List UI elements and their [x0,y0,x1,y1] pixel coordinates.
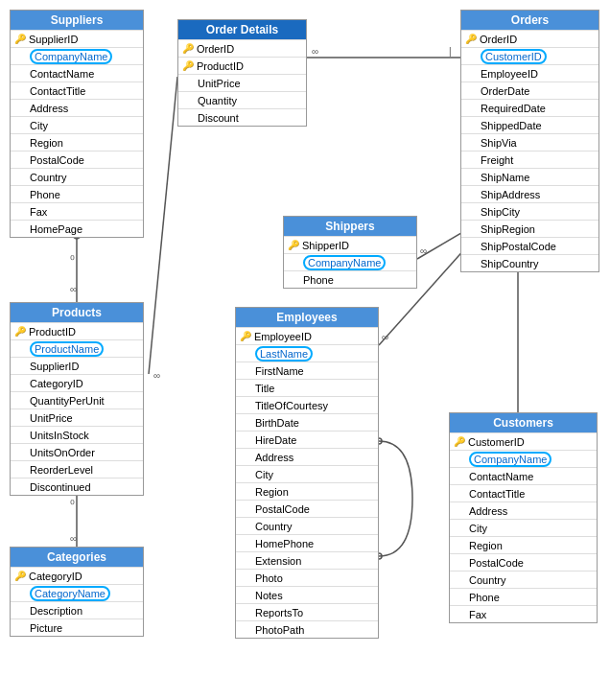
table-header-employees: Employees [236,308,378,327]
field-name: OrderDate [481,85,529,97]
svg-text:∞: ∞ [153,370,160,381]
field-name: Photo [255,572,283,584]
table-row: ReorderLevel [11,460,143,478]
table-row: Region [11,133,143,151]
field-name: FirstName [255,365,304,377]
field-name: OrderID [197,43,234,55]
table-row: Fax [11,202,143,220]
field-name: CompanyName [30,49,112,64]
field-name: City [255,469,273,480]
table-row: CustomerID [461,47,598,64]
table-shippers: Shippers🔑ShipperIDCompanyNamePhone [283,216,417,289]
field-name: Phone [469,592,500,603]
field-name: Region [30,137,63,149]
table-header-shippers: Shippers [284,217,416,236]
field-name: Freight [481,154,513,166]
svg-text:∞: ∞ [312,46,318,57]
table-row: 🔑OrderID [461,30,598,47]
table-products: Products🔑ProductIDProductNameSupplierIDC… [10,302,144,496]
table-row: ShipRegion [461,220,598,237]
field-name: UnitsOnOrder [30,447,95,458]
field-name: Quantity [198,95,237,106]
table-row: Country [236,517,378,534]
table-suppliers: Suppliers🔑SupplierIDCompanyNameContactNa… [10,10,144,238]
pk-icon: 🔑 [182,60,194,71]
table-header-orderdetails: Order Details [178,20,306,39]
table-row: 🔑CategoryID [11,567,143,584]
field-name: Address [255,452,293,463]
field-name: ShipRegion [481,223,535,235]
table-row: QuantityPerUnit [11,391,143,408]
field-name: ReportsTo [255,607,303,618]
field-name: ShippedDate [481,120,542,131]
table-row: CompanyName [450,450,597,467]
table-row: Title [236,379,378,396]
field-name: CustomerID [481,49,547,64]
table-row: Discontinued [11,478,143,495]
table-row: ContactTitle [11,82,143,99]
field-name: CategoryID [29,571,82,582]
svg-text:⁰: ⁰ [70,253,75,267]
table-header-orders: Orders [461,11,598,30]
table-row: CompanyName [11,47,143,64]
table-row: HireDate [236,431,378,448]
table-row: Quantity [178,91,306,108]
table-row: City [236,465,378,482]
field-name: OrderID [480,34,517,45]
pk-icon: 🔑 [288,240,299,250]
field-name: CompanyName [303,255,386,270]
field-name: Region [255,486,289,498]
table-row: 🔑ProductID [178,57,306,74]
table-row: BirthDate [236,413,378,431]
table-row: ContactName [450,467,597,484]
table-row: Picture [11,618,143,636]
field-name: Country [469,574,506,586]
table-row: UnitsOnOrder [11,443,143,460]
field-name: SupplierID [30,361,79,372]
field-name: Discontinued [30,481,91,493]
svg-text:∞: ∞ [70,533,77,544]
table-row: PhotoPath [236,620,378,638]
table-row: LastName [236,344,378,362]
table-row: 🔑OrderID [178,39,306,57]
field-name: ShipVia [481,137,517,149]
table-row: City [450,519,597,536]
field-name: Region [469,540,503,551]
table-row: ShipAddress [461,185,598,202]
table-row: ShipPostalCode [461,237,598,254]
field-name: EmployeeID [481,68,538,80]
table-header-categories: Categories [11,548,143,567]
field-name: Description [30,605,82,617]
pk-icon: 🔑 [14,326,26,337]
table-categories: Categories🔑CategoryIDCategoryNameDescrip… [10,547,144,637]
svg-text:∞: ∞ [382,332,388,342]
table-row: ContactTitle [450,484,597,502]
field-name: Picture [30,622,62,634]
pk-icon: 🔑 [465,34,477,44]
field-name: Country [30,172,67,183]
field-name: ShipperID [302,240,349,251]
svg-line-8 [149,77,177,374]
table-row: HomePage [11,220,143,237]
table-row: UnitsInStock [11,426,143,443]
field-name: Extension [255,555,301,567]
diagram: ∞ ⁰ ∞ ⁰ ∞ | ∞ | ∞ | ∞ ∞ | Suppliers🔑Supp… [0,0,610,700]
field-name: PostalCode [255,503,310,515]
table-row: 🔑SupplierID [11,30,143,47]
field-name: ProductName [30,341,104,357]
field-name: ContactTitle [30,85,85,97]
table-row: EmployeeID [461,64,598,82]
field-name: Phone [303,274,334,286]
field-name: CategoryName [30,586,110,601]
svg-text:∞: ∞ [70,284,77,294]
table-row: Notes [236,586,378,603]
field-name: City [30,120,48,131]
field-name: ContactTitle [469,488,525,500]
field-name: HireDate [255,434,296,446]
table-row: 🔑ProductID [11,322,143,339]
table-header-customers: Customers [450,413,597,432]
table-row: TitleOfCourtesy [236,396,378,413]
field-name: Fax [30,206,47,218]
table-row: City [11,116,143,133]
field-name: UnitPrice [30,412,73,424]
